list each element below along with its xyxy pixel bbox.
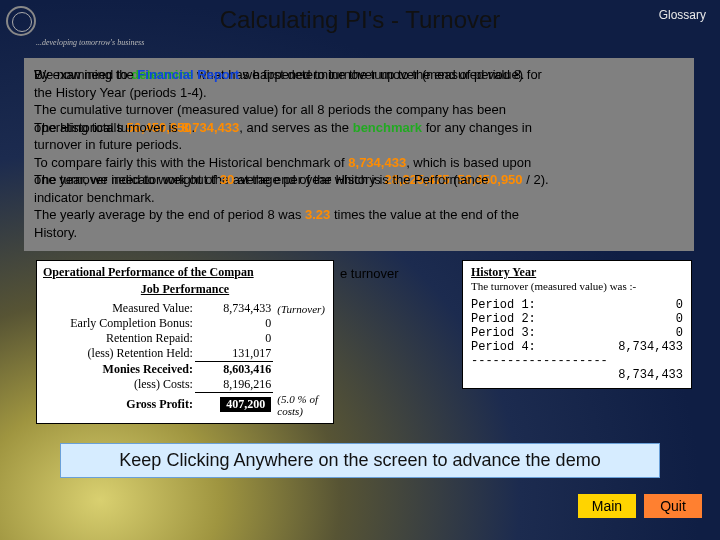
back-l6c: , which is based upon — [406, 155, 531, 170]
back-l7d: 56,450,950 — [458, 172, 523, 187]
row-label: Early Completion Bonus: — [43, 316, 195, 331]
back-l1b: determine — [131, 67, 193, 82]
back-l1a: We now need to — [34, 67, 131, 82]
back-l1c: what has happened to turnover up to the … — [193, 67, 524, 82]
slide-title: Calculating PI's - Turnover — [0, 6, 720, 34]
history-sub: The turnover (measured value) was :- — [471, 280, 683, 292]
back-l6a: To compare fairly this with the Historic… — [34, 155, 348, 170]
operational-performance-box: Operational Performance of the Compan Jo… — [36, 260, 334, 424]
op-perf-subheading: Job Performance — [43, 282, 327, 297]
row-note: (Turnover) — [273, 301, 327, 316]
row-label: (less) Retention Held: — [43, 346, 195, 362]
back-l4c: . — [192, 120, 196, 135]
history-year-box: History Year The turnover (measured valu… — [462, 260, 692, 389]
explanation-panel-back: We now need to determine what has happen… — [24, 58, 694, 251]
hist-val: 8,734,433 — [618, 340, 683, 354]
row-val: 0 — [195, 331, 273, 346]
glossary-link[interactable]: Glossary — [659, 8, 706, 22]
costs-val: 8,196,216 — [195, 377, 273, 393]
row-label: Retention Repaid: — [43, 331, 195, 346]
hist-val: 0 — [676, 298, 683, 312]
partial-text: e turnover — [340, 266, 399, 281]
tagline-text: ...developing tomorrow's business — [36, 38, 144, 47]
back-l7a: one year, we need to work out the averag… — [34, 172, 384, 187]
hist-label: Period 4: — [471, 340, 536, 354]
list-item: Period 3:0 — [471, 326, 683, 340]
op-perf-table: Measured Value: 8,734,433 (Turnover) Ear… — [43, 301, 327, 417]
hist-label: Period 3: — [471, 326, 536, 340]
hist-label: Period 1: — [471, 298, 536, 312]
back-l9a: The yearly average by the end of period … — [34, 207, 305, 222]
main-button[interactable]: Main — [578, 494, 636, 518]
back-l6b: 8,734,433 — [348, 155, 406, 170]
hist-label: Period 2: — [471, 312, 536, 326]
back-l10: History. — [34, 224, 684, 242]
back-l9c: times the value at the end of the — [330, 207, 519, 222]
list-item: Period 1:0 — [471, 298, 683, 312]
gp-val: 407,200 — [220, 397, 271, 412]
list-item: Period 4:8,734,433 — [471, 340, 683, 354]
costs-label: (less) Costs: — [43, 377, 195, 393]
back-l7c: ( — [450, 172, 458, 187]
history-divider: ------------------- — [471, 354, 683, 368]
advance-banner[interactable]: Keep Clicking Anywhere on the screen to … — [60, 443, 660, 478]
row-val: 0 — [195, 316, 273, 331]
table-row: Gross Profit: 407,200 (5.0 % of costs) — [43, 393, 327, 417]
back-l3: The cumulative turnover (measured value)… — [34, 101, 684, 119]
gp-label: Gross Profit: — [43, 393, 195, 417]
table-row: Retention Repaid: 0 — [43, 331, 327, 346]
row-val: 8,734,433 — [195, 301, 273, 316]
table-row: Monies Received: 8,603,416 — [43, 362, 327, 378]
history-heading: History Year — [471, 265, 683, 280]
quit-button[interactable]: Quit — [644, 494, 702, 518]
op-perf-heading: Operational Performance of the Compan — [43, 265, 327, 280]
hist-val: 0 — [676, 312, 683, 326]
table-row: Early Completion Bonus: 0 — [43, 316, 327, 331]
back-l9b: 3.23 — [305, 207, 330, 222]
slide-stage[interactable]: ...developing tomorrow's business Calcul… — [0, 0, 720, 540]
row-label: Measured Value: — [43, 301, 195, 316]
monies-val: 8,603,416 — [195, 362, 273, 378]
list-item: Period 2:0 — [471, 312, 683, 326]
back-l4b: 56,450,950 — [127, 120, 192, 135]
table-row: (less) Retention Held: 131,017 — [43, 346, 327, 362]
row-val: 131,017 — [195, 346, 273, 362]
monies-label: Monies Received: — [43, 362, 195, 378]
table-row: Measured Value: 8,734,433 (Turnover) — [43, 301, 327, 316]
hist-val: 0 — [676, 326, 683, 340]
back-l4a: operating totals — [34, 120, 127, 135]
back-l7e: / 2). — [523, 172, 549, 187]
history-total: 8,734,433 — [471, 368, 683, 382]
table-row: (less) Costs: 8,196,216 — [43, 377, 327, 393]
back-l7b: 28,225,475 — [384, 172, 449, 187]
gp-note: (5.0 % of costs) — [273, 393, 327, 417]
